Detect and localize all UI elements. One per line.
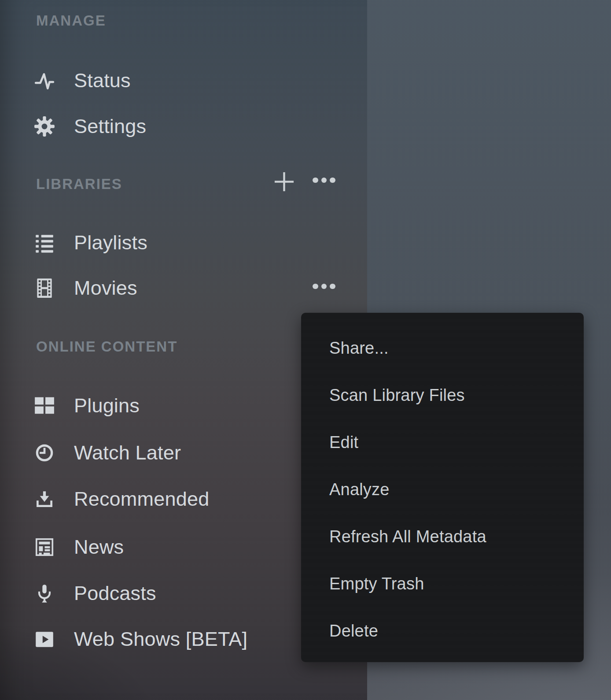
library-context-menu: Share... Scan Library Files Edit Analyze… <box>301 313 584 662</box>
ellipsis-icon <box>313 284 335 289</box>
podcasts-icon <box>33 582 56 605</box>
menu-item-delete[interactable]: Delete <box>301 607 584 655</box>
recommended-icon <box>33 488 56 511</box>
web-shows-icon <box>33 628 56 651</box>
sidebar-item-label: Watch Later <box>74 441 181 464</box>
plugins-icon <box>33 394 56 417</box>
sidebar-item-label: Playlists <box>74 231 147 254</box>
menu-item-empty-trash[interactable]: Empty Trash <box>301 560 584 607</box>
watch-later-icon <box>33 441 56 464</box>
dot <box>313 178 318 183</box>
libraries-more-button[interactable] <box>311 167 337 193</box>
status-icon <box>33 69 56 92</box>
sidebar-item-label: Plugins <box>74 394 140 417</box>
menu-item-refresh-all-metadata[interactable]: Refresh All Metadata <box>301 513 584 560</box>
sidebar-item-label: Status <box>74 69 131 92</box>
movies-icon <box>33 277 56 300</box>
sidebar-item-label: Podcasts <box>74 582 156 605</box>
news-icon <box>33 536 56 559</box>
dot <box>321 178 327 183</box>
settings-icon <box>33 115 56 138</box>
plex-sidebar-screen: MANAGE Status <box>0 0 611 700</box>
menu-item-analyze[interactable]: Analyze <box>301 466 584 513</box>
plus-icon <box>274 171 294 192</box>
sidebar-item-settings[interactable]: Settings <box>0 107 367 146</box>
dot <box>313 284 318 289</box>
sidebar-item-label: Web Shows [BETA] <box>74 628 247 651</box>
movies-more-button[interactable] <box>311 273 337 300</box>
menu-item-edit[interactable]: Edit <box>301 419 584 466</box>
playlists-icon <box>33 231 56 254</box>
sidebar-item-label: Movies <box>74 277 137 300</box>
sidebar-item-playlists[interactable]: Playlists <box>0 223 367 263</box>
sidebar-item-label: Recommended <box>74 488 209 511</box>
ellipsis-icon <box>313 178 335 183</box>
sidebar-item-label: News <box>74 536 124 559</box>
section-header-libraries: LIBRARIES <box>36 175 122 193</box>
dot <box>321 284 327 289</box>
section-header-online-content: ONLINE CONTENT <box>36 338 177 356</box>
dot <box>330 178 335 183</box>
add-library-button[interactable] <box>271 168 297 195</box>
menu-item-scan-library-files[interactable]: Scan Library Files <box>301 372 584 419</box>
section-header-manage: MANAGE <box>36 12 106 30</box>
sidebar-item-label: Settings <box>74 115 146 138</box>
menu-item-share[interactable]: Share... <box>301 325 584 372</box>
sidebar-item-status[interactable]: Status <box>0 61 367 100</box>
dot <box>330 284 335 289</box>
